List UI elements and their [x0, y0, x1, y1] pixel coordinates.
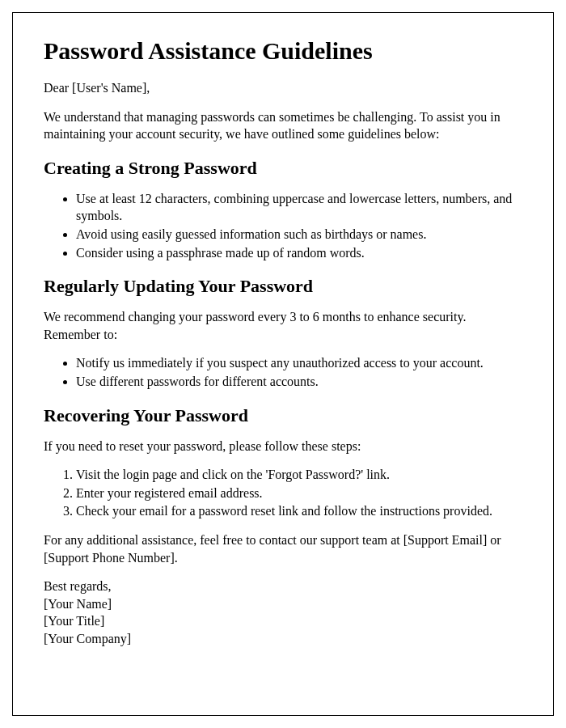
section2-list: Notify us immediately if you suspect any… [76, 354, 522, 390]
list-item: Use at least 12 characters, combining up… [76, 190, 522, 225]
closing-title: [Your Title] [44, 612, 522, 630]
list-item: Notify us immediately if you suspect any… [76, 354, 522, 372]
closing-regards: Best regards, [44, 578, 522, 595]
section1-list: Use at least 12 characters, combining up… [76, 190, 522, 261]
support-paragraph: For any additional assistance, feel free… [44, 531, 522, 566]
greeting: Dear [User's Name], [44, 79, 522, 97]
section3-intro: If you need to reset your password, plea… [44, 438, 522, 455]
list-item: Check your email for a password reset li… [76, 502, 522, 520]
section1-heading: Creating a Strong Password [44, 158, 522, 179]
list-item: Avoid using easily guessed information s… [76, 226, 522, 243]
page-title: Password Assistance Guidelines [44, 37, 522, 65]
closing-name: [Your Name] [44, 595, 522, 613]
section2-intro: We recommend changing your password ever… [44, 308, 522, 343]
section3-steps: Visit the login page and click on the 'F… [76, 466, 522, 520]
document-page: Password Assistance Guidelines Dear [Use… [12, 12, 554, 716]
section2-heading: Regularly Updating Your Password [44, 276, 522, 297]
section3-heading: Recovering Your Password [44, 405, 522, 426]
list-item: Consider using a passphrase made up of r… [76, 244, 522, 262]
intro-paragraph: We understand that managing passwords ca… [44, 108, 522, 143]
list-item: Use different passwords for different ac… [76, 373, 522, 391]
list-item: Enter your registered email address. [76, 485, 522, 502]
signature-block: Best regards, [Your Name] [Your Title] [… [44, 578, 522, 647]
closing-company: [Your Company] [44, 630, 522, 648]
list-item: Visit the login page and click on the 'F… [76, 466, 522, 484]
